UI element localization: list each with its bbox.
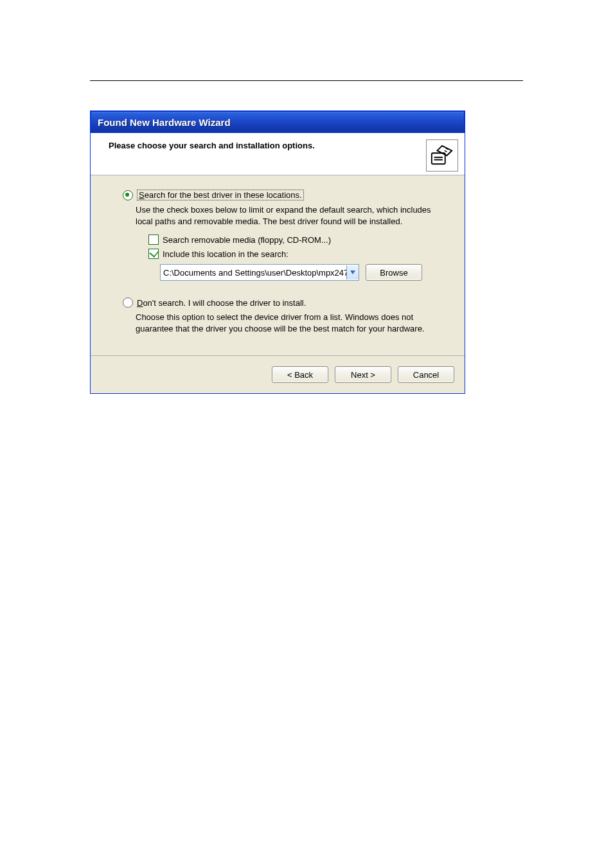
page: Found New Hardware Wizard Please choose … (0, 0, 613, 868)
svg-rect-1 (434, 157, 443, 158)
back-label: < Back (287, 370, 313, 380)
next-button[interactable]: Next > (335, 366, 391, 383)
footer-buttons: < Back Next > Cancel (91, 355, 465, 393)
radio-icon (123, 190, 133, 200)
titlebar[interactable]: Found New Hardware Wizard (91, 111, 465, 133)
checkbox-include-location[interactable]: Include this location in the search: (148, 249, 447, 259)
wizard-dialog: Found New Hardware Wizard Please choose … (90, 111, 465, 394)
header-panel: Please choose your search and installati… (91, 133, 465, 175)
browse-button[interactable]: Browse (366, 264, 422, 281)
radio-icon (123, 297, 133, 308)
content-area: Search for the best driver in these loca… (91, 175, 465, 355)
radio-search-locations[interactable]: Search for the best driver in these loca… (123, 190, 447, 200)
location-row: C:\Documents and Settings\user\Desktop\m… (160, 264, 447, 281)
checkbox-icon (148, 235, 159, 245)
checkbox-include-label: Include this location in the search: (163, 249, 289, 259)
back-button[interactable]: < Back (272, 366, 328, 383)
dialog-title: Found New Hardware Wizard (98, 117, 231, 128)
cancel-button[interactable]: Cancel (398, 366, 454, 383)
svg-rect-0 (432, 153, 445, 164)
search-description: Use the check boxes below to limit or ex… (136, 204, 444, 227)
horizontal-rule (90, 80, 523, 81)
location-path: C:\Documents and Settings\user\Desktop\m… (161, 268, 346, 278)
browse-label: Browse (380, 268, 407, 278)
checkbox-removable-label: Search removable media (floppy, CD-ROM..… (163, 235, 331, 245)
radio-dont-search[interactable]: Don't search. I will choose the driver t… (123, 297, 447, 308)
location-combobox[interactable]: C:\Documents and Settings\user\Desktop\m… (160, 264, 359, 281)
radio-dont-label: Don't search. I will choose the driver t… (137, 298, 306, 308)
dont-search-description: Choose this option to select the device … (136, 312, 444, 334)
chevron-down-icon[interactable] (346, 265, 359, 279)
checkbox-icon (148, 249, 159, 259)
hardware-icon (426, 139, 458, 172)
next-label: Next > (351, 370, 375, 380)
radio-search-label: Search for the best driver in these loca… (137, 190, 304, 200)
header-text: Please choose your search and installati… (109, 141, 454, 150)
cancel-label: Cancel (413, 370, 439, 380)
svg-rect-2 (434, 159, 443, 161)
checkbox-removable-media[interactable]: Search removable media (floppy, CD-ROM..… (148, 235, 447, 245)
